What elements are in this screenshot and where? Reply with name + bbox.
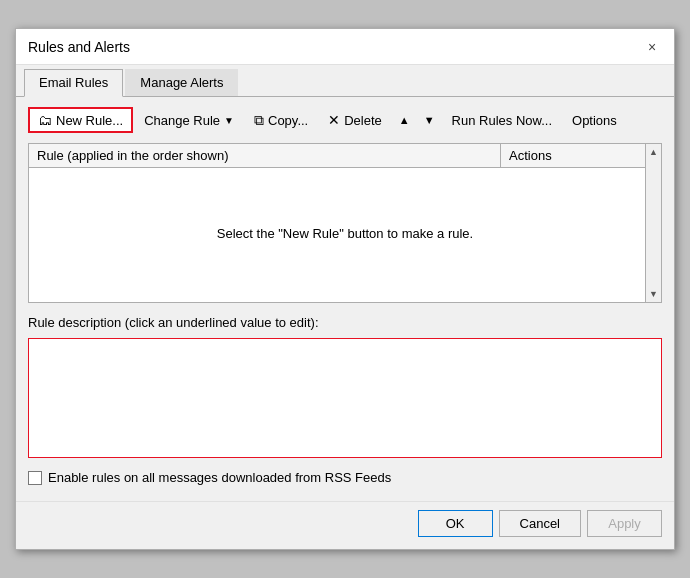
rss-label: Enable rules on all messages downloaded … [48,470,391,485]
change-rule-button[interactable]: Change Rule ▼ [135,109,243,132]
new-rule-label: New Rule... [56,113,123,128]
scroll-up-arrow[interactable]: ▲ [646,144,662,160]
new-rule-icon: 🗂 [38,112,52,128]
ok-button[interactable]: OK [418,510,493,537]
copy-icon: ⧉ [254,112,264,129]
change-rule-label: Change Rule [144,113,220,128]
options-button[interactable]: Options [563,109,626,132]
scroll-down-arrow[interactable]: ▼ [646,286,662,302]
new-rule-button[interactable]: 🗂 New Rule... [28,107,133,133]
run-rules-button[interactable]: Run Rules Now... [443,109,561,132]
rss-row: Enable rules on all messages downloaded … [28,470,662,485]
tab-email-rules[interactable]: Email Rules [24,69,123,97]
options-label: Options [572,113,617,128]
apply-button[interactable]: Apply [587,510,662,537]
title-bar: Rules and Alerts × [16,29,674,65]
copy-label: Copy... [268,113,308,128]
rules-and-alerts-dialog: Rules and Alerts × Email Rules Manage Al… [15,28,675,550]
col-actions-header: Actions [501,144,661,167]
tab-manage-alerts[interactable]: Manage Alerts [125,69,238,96]
copy-button[interactable]: ⧉ Copy... [245,108,317,133]
change-rule-arrow-icon: ▼ [224,115,234,126]
cancel-button[interactable]: Cancel [499,510,581,537]
rule-description-box[interactable] [28,338,662,458]
run-rules-label: Run Rules Now... [452,113,552,128]
dialog-title: Rules and Alerts [28,39,130,55]
dialog-body: 🗂 New Rule... Change Rule ▼ ⧉ Copy... ✕ … [16,97,674,497]
delete-label: Delete [344,113,382,128]
delete-icon: ✕ [328,112,340,128]
rules-table-header: Rule (applied in the order shown) Action… [29,144,661,168]
rules-table: Rule (applied in the order shown) Action… [28,143,662,303]
rules-empty-message: Select the "New Rule" button to make a r… [29,168,661,298]
scrollbar[interactable]: ▲ ▼ [645,144,661,302]
close-button[interactable]: × [642,37,662,57]
move-down-button[interactable]: ▼ [418,110,441,130]
delete-button[interactable]: ✕ Delete [319,108,391,132]
move-up-button[interactable]: ▲ [393,110,416,130]
col-rule-header: Rule (applied in the order shown) [29,144,501,167]
toolbar: 🗂 New Rule... Change Rule ▼ ⧉ Copy... ✕ … [28,105,662,135]
tabs-container: Email Rules Manage Alerts [16,65,674,97]
footer: OK Cancel Apply [16,501,674,549]
rss-checkbox[interactable] [28,471,42,485]
rule-description-label: Rule description (click an underlined va… [28,315,662,330]
